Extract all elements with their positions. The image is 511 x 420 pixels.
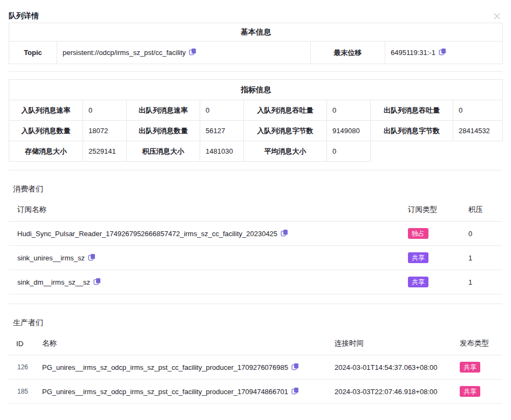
col-header-name: 名称 xyxy=(33,331,326,355)
metrics-row-2: 入队列消息数量 18072 出队列消息数量 56127 入队列消息字节数 914… xyxy=(9,121,503,141)
producer-row: 126 PG_unires__irms_sz_odcp_irms_sz_pst_… xyxy=(9,355,502,380)
metric-value: 56127 xyxy=(200,121,244,141)
metric-label: 出队列消息吞吐量 xyxy=(371,100,453,121)
copy-icon[interactable] xyxy=(291,363,299,370)
metric-label: 入队列消息数量 xyxy=(9,121,83,141)
metric-label: 入队列消息速率 xyxy=(9,100,83,121)
subscription-name-cell: sink_dm__irms_sz__sz xyxy=(9,270,399,294)
subscription-name-cell: sink_unires__irms_sz xyxy=(9,246,399,270)
basic-info-section-title: 基本信息 xyxy=(9,23,503,42)
publish-type-badge: 共享 xyxy=(460,386,480,397)
section-divider xyxy=(9,304,502,304)
producer-name: PG_unires__irms_sz_odcp_irms_sz_pst_cc_f… xyxy=(42,388,288,396)
backlog-value: 1 xyxy=(460,246,502,270)
metric-value: 2529141 xyxy=(83,141,127,162)
col-header-backlog: 积压 xyxy=(460,197,502,222)
page-title: 队列详情 xyxy=(9,11,39,21)
col-header-subscription-type: 订阅类型 xyxy=(399,197,460,222)
metric-label: 出队列消息速率 xyxy=(127,100,200,121)
metric-value: 28414532 xyxy=(453,121,503,141)
subscription-name-cell: Hudi_Sync_Pulsar_Reader_1749267952666857… xyxy=(9,222,399,246)
last-offset-label: 最末位移 xyxy=(311,42,385,64)
last-offset-cell: 6495119:31:-1 xyxy=(385,42,503,64)
subscription-type-badge: 独占 xyxy=(408,228,428,239)
metric-label: 出队列消息字节数 xyxy=(371,121,453,141)
copy-icon[interactable] xyxy=(281,229,288,237)
metrics-table: 指标信息 入队列消息速率 0 出队列消息速率 0 入队列消息吞吐量 0 出队列消… xyxy=(9,79,503,162)
metric-label: 入队列消息吞吐量 xyxy=(244,100,327,121)
producers-section-title: 生产者们 xyxy=(9,318,502,328)
metric-value: 0 xyxy=(327,141,371,162)
subscription-name: sink_unires__irms_sz xyxy=(17,254,85,262)
col-header-id: ID xyxy=(9,331,33,355)
metric-value: 0 xyxy=(200,100,244,121)
basic-info-table: 基本信息 Topic persistent://odcp/irms_sz_pst… xyxy=(9,23,503,64)
producer-name: PG_unires__irms_sz_odcp_irms_sz_pst_cc_f… xyxy=(42,363,288,371)
consumers-section-title: 消费者们 xyxy=(9,184,502,194)
modal-header: 队列详情 xyxy=(9,0,502,22)
metric-label: 存储消息大小 xyxy=(9,141,83,162)
copy-icon[interactable] xyxy=(93,278,101,285)
metric-value: 0 xyxy=(453,100,503,121)
metric-label: 平均消息大小 xyxy=(244,141,327,162)
topic-label: Topic xyxy=(9,42,57,64)
copy-icon[interactable] xyxy=(189,48,196,56)
col-header-subscription-name: 订阅名称 xyxy=(9,197,399,222)
metrics-row-3: 存储消息大小 2529141 积压消息大小 1481030 平均消息大小 0 xyxy=(9,141,503,162)
subscription-name: sink_dm__irms_sz__sz xyxy=(17,278,90,286)
producer-name-cell: PG_unires__irms_sz_odcp_irms_sz_pst_cc_f… xyxy=(33,355,326,380)
subscription-name: Hudi_Sync_Pulsar_Reader_1749267952666857… xyxy=(17,230,277,238)
producers-table: ID 名称 连接时间 发布类型 126 PG_unires__irms_sz_o… xyxy=(9,331,502,404)
last-offset-value: 6495119:31:-1 xyxy=(391,49,435,57)
metric-value: 18072 xyxy=(83,121,127,141)
metric-value: 1481030 xyxy=(200,141,244,162)
metric-label: 积压消息大小 xyxy=(127,141,200,162)
metric-value: 0 xyxy=(327,100,371,121)
subscription-type-badge: 共享 xyxy=(408,252,428,263)
metric-value: 9149080 xyxy=(327,121,371,141)
metrics-section-title: 指标信息 xyxy=(9,80,503,100)
connect-time: 2024-03-01T14:54:37.063+08:00 xyxy=(335,363,437,371)
consumer-row: sink_dm__irms_sz__sz 共享 1 xyxy=(9,270,502,294)
queue-detail-modal: 队列详情 基本信息 Topic persistent://odcp/irms_s… xyxy=(0,0,511,420)
metric-value: 0 xyxy=(83,100,127,121)
producer-id: 185 xyxy=(9,380,33,404)
metric-label: 出队列消息数量 xyxy=(127,121,200,141)
backlog-value: 0 xyxy=(460,222,502,246)
producer-name-cell: PG_unires__irms_sz_odcp_irms_sz_pst_cc_f… xyxy=(33,380,326,404)
publish-type-badge: 共享 xyxy=(460,362,480,373)
col-header-connect-time: 连接时间 xyxy=(326,331,451,355)
metric-label: 入队列消息字节数 xyxy=(244,121,327,141)
col-header-publish-type: 发布类型 xyxy=(451,331,502,355)
section-divider xyxy=(9,170,502,170)
empty-cell xyxy=(371,141,503,162)
producer-id: 126 xyxy=(9,355,33,380)
copy-icon[interactable] xyxy=(88,253,96,261)
topic-value-cell: persistent://odcp/irms_sz_pst/cc_facilit… xyxy=(57,42,311,64)
backlog-value: 1 xyxy=(460,270,502,294)
metrics-row-1: 入队列消息速率 0 出队列消息速率 0 入队列消息吞吐量 0 出队列消息吞吐量 … xyxy=(9,100,503,121)
copy-icon[interactable] xyxy=(439,48,446,56)
close-icon[interactable] xyxy=(492,11,502,22)
subscription-type-badge: 共享 xyxy=(408,277,428,287)
consumers-table: 订阅名称 订阅类型 积压 Hudi_Sync_Pulsar_Reader_174… xyxy=(9,197,502,294)
consumer-row: Hudi_Sync_Pulsar_Reader_1749267952666857… xyxy=(9,222,502,246)
topic-value: persistent://odcp/irms_sz_pst/cc_facilit… xyxy=(63,49,186,57)
consumer-row: sink_unires__irms_sz 共享 1 xyxy=(9,246,502,270)
connect-time: 2024-03-03T22:07:46.918+08:00 xyxy=(335,388,437,396)
copy-icon[interactable] xyxy=(291,387,299,395)
producer-row: 185 PG_unires__irms_sz_odcp_irms_sz_pst_… xyxy=(9,380,502,404)
